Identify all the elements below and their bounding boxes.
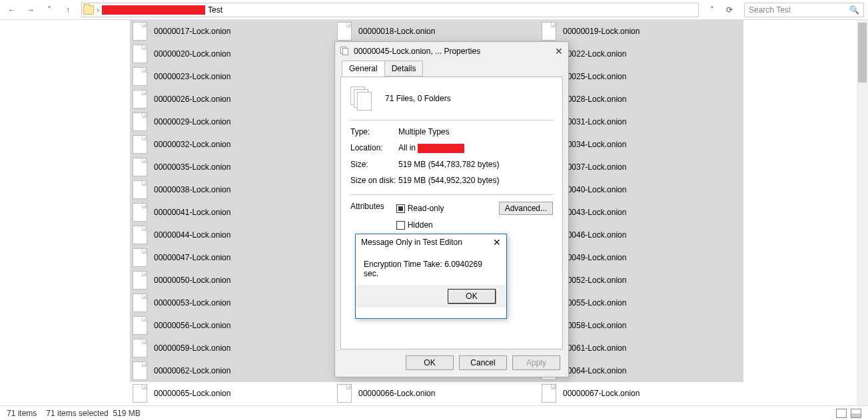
refresh-button[interactable]: ⟳: [721, 2, 737, 18]
file-item[interactable]: 00058-Lock.onion: [539, 314, 743, 337]
search-placeholder: Search Test: [749, 5, 791, 15]
file-name: 00000035-Lock.onion: [154, 162, 230, 172]
file-icon: [133, 180, 147, 199]
status-size: 519 MB: [113, 409, 140, 418]
file-item[interactable]: 00000062-Lock.onion: [130, 359, 334, 382]
file-name: 00028-Lock.onion: [563, 95, 626, 104]
file-item[interactable]: 00052-Lock.onion: [539, 269, 743, 292]
file-item[interactable]: 00064-Lock.onion: [539, 359, 743, 382]
file-item[interactable]: 00025-Lock.onion: [539, 65, 743, 88]
file-item[interactable]: 00043-Lock.onion: [539, 201, 743, 224]
file-name: 00000018-Lock.onion: [358, 27, 435, 36]
file-item[interactable]: 00000067-Lock.onion: [539, 382, 743, 405]
file-icon: [133, 248, 147, 267]
file-item[interactable]: 00028-Lock.onion: [539, 88, 743, 110]
file-name: 00000056-Lock.onion: [154, 321, 230, 330]
file-name: 00000017-Lock.onion: [154, 27, 230, 36]
address-dropdown[interactable]: ˅: [704, 2, 720, 18]
file-item[interactable]: 00000059-Lock.onion: [130, 337, 334, 359]
file-icon: [133, 90, 147, 108]
file-name: 00000059-Lock.onion: [154, 343, 230, 353]
file-name: 00000023-Lock.onion: [154, 72, 230, 81]
file-item[interactable]: 00061-Lock.onion: [539, 337, 743, 359]
size-on-disk-value: 519 MB (544,952,320 bytes): [398, 176, 553, 185]
file-item[interactable]: 00049-Lock.onion: [539, 246, 743, 269]
file-item[interactable]: 00000041-Lock.onion: [130, 201, 334, 224]
file-icon: [133, 158, 147, 176]
file-item[interactable]: 00000047-Lock.onion: [130, 246, 334, 269]
file-item[interactable]: 00000050-Lock.onion: [130, 269, 334, 292]
file-item[interactable]: 00040-Lock.onion: [539, 178, 743, 201]
file-item[interactable]: 00000032-Lock.onion: [130, 133, 334, 156]
properties-title: 00000045-Lock.onion, ... Properties: [354, 47, 480, 56]
message-dialog: Message Only in Test Editon ✕ Encryption…: [355, 234, 507, 319]
file-item[interactable]: 00055-Lock.onion: [539, 292, 743, 314]
close-icon[interactable]: ✕: [555, 46, 563, 57]
chevron-right-icon: ›: [97, 5, 99, 15]
file-name: 00000026-Lock.onion: [154, 95, 230, 104]
size-value: 519 MB (544,783,782 bytes): [398, 160, 553, 169]
file-item[interactable]: 00000053-Lock.onion: [130, 292, 334, 314]
file-item[interactable]: 00000017-Lock.onion: [130, 20, 334, 43]
file-icon: [133, 45, 147, 63]
advanced-button[interactable]: Advanced...: [499, 202, 553, 215]
file-icon: [133, 135, 147, 154]
file-item[interactable]: 00034-Lock.onion: [539, 133, 743, 156]
address-bar[interactable]: › Test: [81, 3, 699, 17]
recent-dropdown[interactable]: ˅: [41, 2, 57, 18]
multi-file-icon: [350, 87, 373, 110]
large-icons-view-icon[interactable]: [851, 409, 861, 418]
file-name: 00049-Lock.onion: [563, 253, 626, 262]
hidden-checkbox[interactable]: Hidden: [396, 220, 433, 230]
file-item[interactable]: 00022-Lock.onion: [539, 43, 743, 65]
vertical-scrollbar[interactable]: [857, 20, 868, 405]
ok-button[interactable]: OK: [406, 355, 454, 370]
file-item[interactable]: 00037-Lock.onion: [539, 156, 743, 178]
file-item[interactable]: 00000029-Lock.onion: [130, 110, 334, 133]
message-titlebar[interactable]: Message Only in Test Editon ✕: [356, 234, 506, 250]
tab-general[interactable]: General: [342, 61, 385, 77]
files-stack-icon: [340, 47, 350, 56]
file-item[interactable]: 00000020-Lock.onion: [130, 43, 334, 65]
breadcrumb-current: Test: [208, 5, 222, 15]
apply-button[interactable]: Apply: [512, 355, 560, 370]
file-name: 00000019-Lock.onion: [563, 27, 640, 36]
tab-details[interactable]: Details: [384, 61, 424, 77]
cancel-button[interactable]: Cancel: [459, 355, 507, 370]
file-name: 00000032-Lock.onion: [154, 140, 230, 149]
properties-titlebar[interactable]: 00000045-Lock.onion, ... Properties ✕: [335, 42, 568, 61]
file-item[interactable]: 00046-Lock.onion: [539, 224, 743, 246]
file-name: 00043-Lock.onion: [563, 208, 626, 217]
file-summary: 71 Files, 0 Folders: [385, 94, 451, 103]
ok-button[interactable]: OK: [448, 289, 496, 304]
file-item[interactable]: 00031-Lock.onion: [539, 110, 743, 133]
file-item[interactable]: 00000023-Lock.onion: [130, 65, 334, 88]
forward-button[interactable]: →: [23, 2, 39, 18]
file-icon: [133, 271, 147, 290]
file-item[interactable]: 00000019-Lock.onion: [539, 20, 743, 43]
back-button[interactable]: ←: [4, 2, 20, 18]
scrollbar-thumb[interactable]: [858, 23, 867, 83]
file-item[interactable]: 00000065-Lock.onion: [130, 382, 334, 405]
file-item[interactable]: 00000035-Lock.onion: [130, 156, 334, 178]
file-name: 00000047-Lock.onion: [154, 253, 230, 262]
file-icon: [133, 22, 147, 41]
file-item[interactable]: 00000066-Lock.onion: [334, 382, 539, 405]
file-item[interactable]: 00000056-Lock.onion: [130, 314, 334, 337]
file-item[interactable]: 00000018-Lock.onion: [334, 20, 539, 43]
up-button[interactable]: ↑: [60, 2, 76, 18]
file-item[interactable]: 00000026-Lock.onion: [130, 88, 334, 110]
file-name: 00025-Lock.onion: [563, 72, 626, 81]
file-item[interactable]: 00000044-Lock.onion: [130, 224, 334, 246]
explorer-toolbar: ← → ˅ ↑ › Test ˅ ⟳ Search Test 🔍: [0, 0, 868, 20]
file-icon: [542, 22, 556, 41]
close-icon[interactable]: ✕: [493, 237, 501, 248]
file-item[interactable]: 00000038-Lock.onion: [130, 178, 334, 201]
search-box[interactable]: Search Test 🔍: [744, 3, 864, 17]
file-name: 00022-Lock.onion: [563, 49, 626, 59]
redacted-location: [418, 144, 464, 153]
readonly-checkbox[interactable]: Read-only: [396, 204, 444, 213]
details-view-icon[interactable]: [836, 409, 847, 418]
attributes-label: Attributes: [350, 202, 384, 211]
file-name: 00000062-Lock.onion: [154, 366, 230, 375]
